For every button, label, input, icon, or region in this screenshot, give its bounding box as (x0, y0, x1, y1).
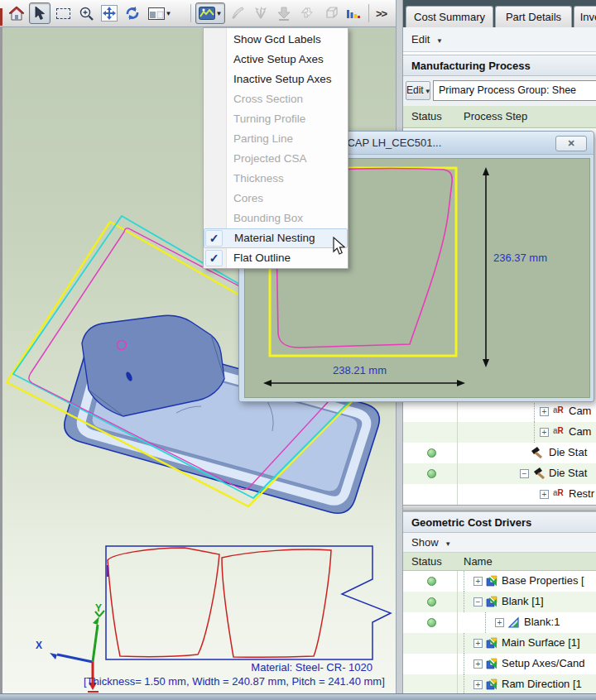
bounding-cube-button[interactable] (320, 2, 341, 24)
bar-chart-icon (346, 7, 361, 20)
pan-button[interactable] (99, 2, 120, 24)
marquee-select-button[interactable] (52, 2, 74, 24)
tree-guide-line (485, 612, 486, 633)
column-divider (457, 571, 458, 592)
close-icon: ✕ (567, 138, 574, 148)
mp-row-cam-2[interactable]: + aR Cam (403, 422, 596, 443)
mp-row-label: Cam (569, 405, 591, 417)
column-divider (457, 674, 458, 693)
mp-row-label: Restr (569, 487, 594, 500)
mp-row-restrike[interactable]: + aR Restr (403, 484, 596, 505)
gcd-row-blank-1[interactable]: + Blank:1 (403, 612, 596, 633)
geometric-cost-drivers-header: Geometric Cost Drivers (403, 511, 596, 533)
mp-row-die-station-2[interactable]: − Die Stat (403, 463, 596, 484)
expand-icon[interactable]: + (540, 490, 549, 499)
tree-guide-line (464, 654, 464, 674)
column-divider (457, 654, 458, 674)
gcd-row-label: Setup Axes/Cand (502, 657, 584, 669)
menu-item-show-gcd-labels[interactable]: Show Gcd Labels (204, 30, 348, 50)
nesting-strip-outline (106, 546, 391, 659)
menu-item-turning-profile: Turning Profile (204, 109, 348, 129)
splash-direction-button[interactable] (250, 2, 272, 24)
gcd-row-blank[interactable]: − Blank [1] (403, 592, 596, 612)
menu-item-active-setup-axes[interactable]: Active Setup Axes (204, 50, 348, 70)
import-button[interactable] (273, 2, 295, 24)
toolbar-overflow-button[interactable]: >> (372, 7, 390, 20)
status-dot-green (427, 618, 436, 627)
marquee-icon (56, 8, 70, 19)
column-divider (457, 401, 458, 422)
gcd-table-header: Status Name (403, 553, 596, 571)
window-frame-accent (0, 8, 2, 26)
width-dimension-label: 238.21 mm (333, 364, 387, 376)
home-icon (8, 6, 25, 21)
tab-investigation[interactable]: Inve (574, 6, 596, 27)
mp-horizontal-scrollbar[interactable] (403, 505, 596, 511)
gcd-row-ram-direction[interactable]: + Ram Direction [1 (403, 674, 596, 693)
mp-col-process-step: Process Step (464, 110, 527, 122)
mouse-cursor (332, 237, 347, 260)
column-divider (457, 484, 458, 505)
die-station-icon (531, 467, 546, 480)
expand-icon[interactable]: + (540, 428, 549, 437)
manufacturing-process-header: Manufacturing Process (403, 55, 596, 76)
mp-edit-button[interactable]: Edit▼ (406, 81, 430, 100)
toolbar-separator (190, 4, 191, 22)
cube-icon (323, 6, 339, 22)
process-group-combobox[interactable]: Primary Process Group: Shee (433, 80, 596, 101)
mp-row-cam-1[interactable]: + aR Cam (403, 401, 596, 422)
material-label: Material: Steel- CR- 1020 (251, 661, 372, 674)
blank-gcd-icon (507, 616, 520, 628)
select-tool-button[interactable] (29, 2, 50, 24)
check-icon: ✓ (205, 230, 223, 247)
menu-item-bounding-box: Bounding Box (204, 209, 348, 228)
gcd-show-menu[interactable]: Show ▼ (403, 533, 596, 553)
gcd-row-main-surface[interactable]: + Main Surface [1] (403, 633, 596, 654)
display-mode-button[interactable]: ▼ (145, 2, 175, 24)
menu-item-material-nesting[interactable]: ✓ Material Nesting (204, 228, 348, 248)
feather-pen-icon (230, 6, 245, 21)
expand-icon[interactable]: + (473, 680, 483, 689)
panel-edit-menu[interactable]: Edit ▼ (403, 27, 596, 52)
pointer-icon (34, 6, 46, 21)
main-toolbar: ▼ ▼ (0, 0, 396, 27)
annotate-button[interactable] (227, 2, 248, 24)
expand-icon[interactable]: + (473, 577, 483, 586)
application-window: X Y Material: Steel- CR- 1020 [Thickness… (0, 0, 596, 700)
gcd-row-label: Blank:1 (524, 616, 560, 628)
tree-guide-line (534, 401, 535, 422)
tab-strip: Cost Summary Part Details Inve (403, 0, 596, 27)
caret-down-icon: ▼ (445, 540, 451, 548)
mp-row-label: Cam (569, 425, 591, 438)
collapse-icon[interactable]: − (473, 597, 483, 607)
menu-item-inactive-setup-axes[interactable]: Inactive Setup Axes (204, 70, 348, 89)
expand-icon[interactable]: + (495, 618, 504, 627)
gcd-row-base-properties[interactable]: + Base Properties [ (403, 571, 596, 592)
sync-button[interactable] (296, 2, 318, 24)
expand-icon[interactable]: + (540, 407, 549, 416)
menu-item-flat-outline[interactable]: ✓ Flat Outline (204, 248, 348, 268)
chart-button[interactable] (343, 2, 364, 24)
axis-y-label: Y (95, 602, 102, 614)
tab-cost-summary[interactable]: Cost Summary (406, 6, 493, 27)
menu-item-label: Material Nesting (234, 232, 315, 244)
mp-row-die-station-1[interactable]: Die Stat (403, 443, 596, 463)
mp-table-header: Status Process Step (403, 106, 596, 128)
height-dimension-label: 236.37 mm (493, 252, 547, 264)
gcd-row-setup-axes[interactable]: + Setup Axes/Cand (403, 654, 596, 674)
menu-item-label: Flat Outline (233, 252, 291, 264)
expand-icon[interactable]: + (473, 659, 483, 669)
zoom-button[interactable] (75, 2, 97, 24)
gcd-folder-icon (486, 678, 498, 690)
refresh-button[interactable] (122, 2, 143, 24)
tree-guide-line (534, 422, 535, 443)
tab-part-details[interactable]: Part Details (495, 6, 572, 27)
close-button[interactable]: ✕ (555, 136, 587, 151)
gcd-show-label: Show (411, 536, 439, 549)
expand-icon[interactable]: + (473, 639, 483, 648)
home-button[interactable] (6, 2, 27, 24)
mp-row-label: Die Stat (549, 467, 587, 479)
view-options-button[interactable]: ▼ (195, 2, 225, 24)
collapse-icon[interactable]: − (520, 469, 529, 478)
edit-menu-label: Edit (411, 33, 430, 46)
